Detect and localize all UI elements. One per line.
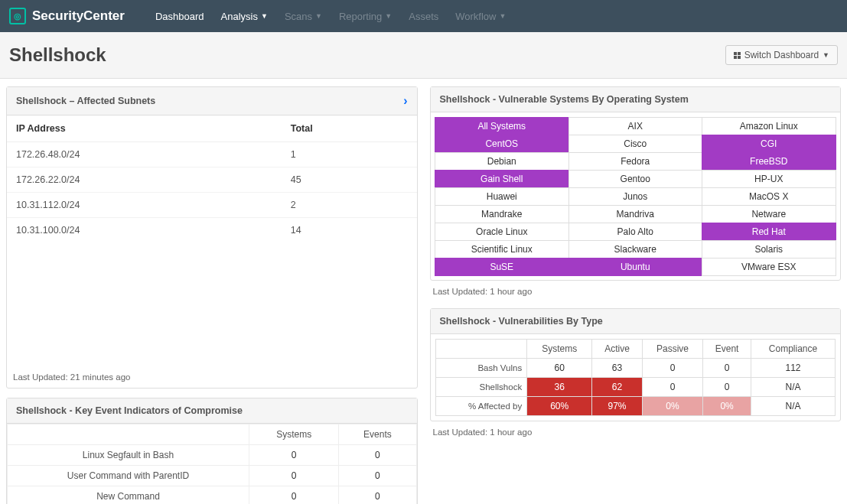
nav-scans[interactable]: Scans▼ (285, 11, 322, 22)
col-systems: Systems (527, 340, 592, 359)
cell-total: 1 (282, 142, 417, 167)
nav-assets[interactable]: Assets (409, 11, 438, 22)
left-column: Shellshock – Affected Subnets › IP Addre… (6, 86, 418, 504)
os-cell[interactable]: Gentoo (568, 170, 703, 188)
matrix-cell[interactable]: 112 (751, 359, 836, 378)
col-ip[interactable]: IP Address (7, 115, 282, 142)
cell-ip: 10.31.112.0/24 (7, 193, 282, 218)
switch-dashboard-label: Switch Dashboard (744, 50, 819, 60)
caret-down-icon: ▼ (823, 51, 829, 59)
cell-ip: 10.31.100.0/24 (7, 218, 282, 243)
os-cell[interactable]: Oracle Linux (435, 223, 569, 241)
os-cell[interactable]: Red Hat (702, 223, 836, 241)
matrix-cell[interactable]: 97% (592, 397, 643, 416)
os-cell[interactable]: CGI (702, 135, 836, 153)
nav-analysis[interactable]: Analysis▼ (221, 11, 268, 22)
cell-systems[interactable]: 0 (249, 445, 339, 466)
os-cell[interactable]: Huawei (435, 187, 569, 206)
os-grid: All SystemsAIXAmazon LinuxCentOSCiscoCGI… (435, 117, 836, 275)
vulntype-table: Systems Active Passive Event Compliance … (435, 339, 836, 416)
matrix-cell[interactable]: 60 (527, 359, 592, 378)
os-cell[interactable]: AIX (568, 117, 703, 135)
matrix-cell[interactable]: 0% (642, 397, 702, 416)
table-row: Shellshock366200N/A (435, 378, 836, 397)
matrix-cell[interactable]: 0 (642, 359, 702, 378)
nav-workflow[interactable]: Workflow▼ (455, 11, 506, 22)
os-cell[interactable]: Cisco (568, 135, 703, 153)
panel-vulntype: Shellshock - Vulnerabilities By Type Sys… (430, 308, 842, 440)
cell-ip: 172.26.22.0/24 (7, 167, 282, 193)
matrix-cell[interactable]: 62 (592, 378, 643, 397)
table-row: Bash Vulns606300112 (435, 359, 836, 378)
panel-footer: Last Updated: 1 hour ago (430, 281, 842, 299)
os-cell[interactable]: Netware (702, 205, 836, 223)
subnets-table: IP Address Total 172.26.48.0/241172.26.2… (7, 115, 417, 242)
os-cell[interactable]: CentOS (435, 135, 569, 153)
cell-total: 45 (282, 167, 417, 193)
os-cell[interactable]: Junos (568, 187, 703, 206)
os-cell[interactable]: HP-UX (702, 170, 836, 188)
os-cell[interactable]: VMware ESX (702, 258, 836, 276)
row-label: % Affected by (435, 397, 527, 416)
cell-systems[interactable]: 0 (249, 466, 339, 486)
os-cell[interactable]: Amazon Linux (702, 117, 836, 135)
os-cell[interactable]: Palo Alto (568, 223, 703, 241)
matrix-cell[interactable]: 60% (527, 397, 592, 416)
panel-os: Shellshock - Vulnerable Systems By Opera… (430, 86, 842, 299)
matrix-cell[interactable]: 36 (527, 378, 592, 397)
brand-logo[interactable]: ◎ SecurityCenter (9, 8, 125, 24)
table-row[interactable]: 10.31.112.0/242 (7, 193, 417, 218)
os-cell[interactable]: Gain Shell (435, 170, 569, 188)
os-cell[interactable]: Mandriva (568, 205, 703, 223)
os-cell[interactable]: All Systems (435, 117, 569, 135)
right-column: Shellshock - Vulnerable Systems By Opera… (430, 86, 842, 504)
col-compliance: Compliance (751, 340, 836, 359)
brand-text: SecurityCenter (32, 8, 125, 24)
nav-dashboard[interactable]: Dashboard (155, 11, 204, 22)
cell-events[interactable]: 0 (339, 466, 416, 486)
col-total[interactable]: Total (282, 115, 417, 142)
os-cell[interactable]: Debian (435, 152, 569, 171)
row-label: Bash Vulns (435, 359, 527, 378)
dashboard-area: Shellshock – Affected Subnets › IP Addre… (0, 79, 847, 504)
col-active: Active (592, 340, 643, 359)
matrix-cell[interactable]: 0 (703, 359, 751, 378)
os-cell[interactable]: Scientific Linux (435, 240, 569, 259)
matrix-cell[interactable]: 0 (642, 378, 702, 397)
matrix-cell[interactable]: 0 (703, 378, 751, 397)
panel-ioc: Shellshock - Key Event Indicators of Com… (6, 398, 418, 504)
os-cell[interactable]: Ubuntu (568, 258, 703, 276)
panel-header: Shellshock – Affected Subnets › (7, 87, 417, 115)
panel-affected-subnets: Shellshock – Affected Subnets › IP Addre… (6, 86, 418, 389)
os-cell[interactable]: Fedora (568, 152, 703, 171)
matrix-cell[interactable]: 0% (703, 397, 751, 416)
table-row: New Command00 (8, 486, 417, 505)
os-cell[interactable]: Solaris (702, 240, 836, 259)
logo-icon: ◎ (9, 8, 26, 24)
os-cell[interactable]: Mandrake (435, 205, 569, 223)
cell-events[interactable]: 0 (339, 445, 416, 466)
os-cell[interactable]: Slackware (568, 240, 703, 259)
table-row[interactable]: 172.26.48.0/241 (7, 142, 417, 167)
cell-systems[interactable]: 0 (249, 486, 339, 505)
matrix-cell[interactable]: 63 (592, 359, 643, 378)
table-row[interactable]: 172.26.22.0/2445 (7, 167, 417, 193)
os-cell[interactable]: FreeBSD (702, 152, 836, 171)
panel-header: Shellshock - Vulnerable Systems By Opera… (431, 87, 841, 112)
os-cell[interactable]: MacOS X (702, 187, 836, 206)
os-cell[interactable]: SuSE (435, 258, 569, 276)
chevron-right-icon[interactable]: › (403, 94, 407, 108)
cell-events[interactable]: 0 (339, 486, 416, 505)
switch-dashboard-button[interactable]: Switch Dashboard ▼ (725, 45, 838, 65)
matrix-cell[interactable]: N/A (751, 378, 836, 397)
nav-menu: Dashboard Analysis▼ Scans▼ Reporting▼ As… (155, 11, 506, 22)
row-label: User Command with ParentID (8, 466, 249, 486)
table-row[interactable]: 10.31.100.0/2414 (7, 218, 417, 243)
col-systems: Systems (249, 424, 339, 445)
nav-reporting[interactable]: Reporting▼ (339, 11, 392, 22)
grid-icon (734, 52, 741, 59)
matrix-cell[interactable]: N/A (751, 397, 836, 416)
table-row: User Command with ParentID00 (8, 466, 417, 486)
panel-header: Shellshock - Key Event Indicators of Com… (7, 398, 417, 424)
row-label: New Command (8, 486, 249, 505)
